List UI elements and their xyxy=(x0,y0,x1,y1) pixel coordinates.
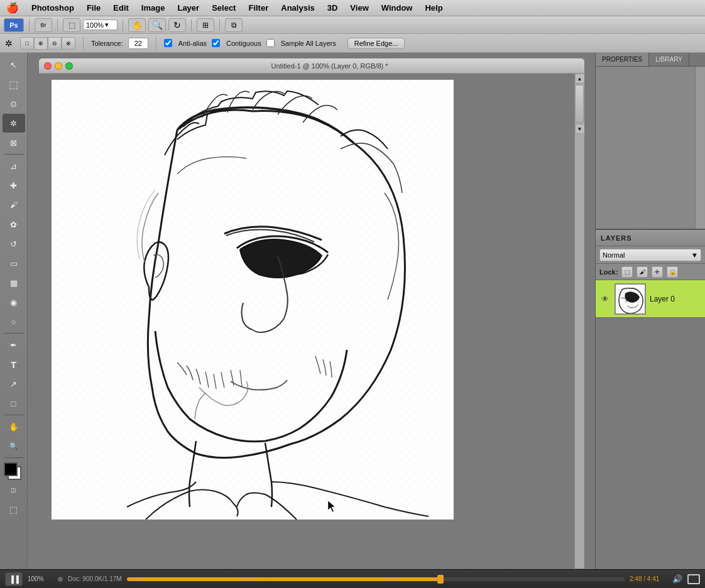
hand-tool-btn[interactable]: ✋ xyxy=(128,18,146,32)
current-time: 2:48 xyxy=(630,575,642,582)
menu-analysis[interactable]: Analysis xyxy=(275,1,320,14)
contiguous-checkbox[interactable] xyxy=(212,39,220,47)
eyedropper-tool-btn[interactable]: ⊿ xyxy=(3,156,25,175)
blur-tool-btn[interactable]: ◉ xyxy=(3,293,25,312)
playback-arrow[interactable] xyxy=(58,577,63,582)
vertical-scrollbar[interactable]: ▲ ▼ xyxy=(574,74,584,569)
color-swatch[interactable] xyxy=(4,462,24,480)
marquee-tool-btn[interactable]: ⬚ xyxy=(3,75,25,94)
subtract-selection-btn[interactable]: ⊖ xyxy=(48,37,62,50)
timeline-fill xyxy=(127,577,440,581)
new-selection-btn[interactable]: □ xyxy=(20,37,34,50)
menu-image[interactable]: Image xyxy=(135,1,172,14)
pause-button[interactable]: ▐▐ xyxy=(5,572,23,586)
zoom-tool-btn-tb[interactable]: 🔍 xyxy=(3,437,25,455)
scroll-up-btn[interactable]: ▲ xyxy=(575,74,584,84)
quick-mask-btn[interactable]: ◫ xyxy=(3,481,25,499)
panel-tab-bar: PROPERTIES LIBRARY xyxy=(596,53,705,67)
screen-mode-btn-tb[interactable]: ⬚ xyxy=(3,500,25,519)
refine-edge-button[interactable]: Refine Edge... xyxy=(347,38,405,49)
intersect-selection-btn[interactable]: ⊗ xyxy=(62,37,75,50)
anti-alias-label: Anti-alias xyxy=(178,40,207,47)
blend-mode-arrow: ▼ xyxy=(691,251,698,259)
bridge-btn[interactable]: Br xyxy=(35,18,52,32)
magic-wand-icon: ✲ xyxy=(5,38,13,48)
minimize-button[interactable] xyxy=(55,62,62,70)
menu-view[interactable]: View xyxy=(344,1,374,14)
fullscreen-button[interactable] xyxy=(687,574,700,584)
document-content[interactable]: ▲ ▼ xyxy=(39,74,584,569)
scroll-down-btn[interactable]: ▼ xyxy=(575,124,584,134)
magic-wand-tool-btn[interactable]: ✲ xyxy=(3,114,25,133)
dodge-tool-btn[interactable]: ○ xyxy=(3,312,25,331)
lock-paint-btn[interactable]: 🖌 xyxy=(637,266,648,278)
timeline-marker[interactable] xyxy=(437,575,444,584)
traffic-lights xyxy=(44,62,73,70)
zoom-display[interactable]: 100% ▾ xyxy=(83,19,117,30)
menu-select[interactable]: Select xyxy=(205,1,242,14)
doc-size-info: Doc: 900.0K/1.17M xyxy=(68,575,122,582)
foreground-color[interactable] xyxy=(4,462,18,476)
toolbox-sep-4 xyxy=(4,457,24,458)
screen-mode-btn[interactable]: ⬚ xyxy=(63,18,80,32)
separator-4 xyxy=(191,19,192,31)
apple-menu[interactable]: 🍎 xyxy=(0,2,25,14)
sample-all-layers-checkbox[interactable] xyxy=(266,39,275,47)
gradient-tool-btn[interactable]: ▦ xyxy=(3,273,25,292)
eraser-tool-btn[interactable]: ▭ xyxy=(3,254,25,273)
lock-position-btn[interactable]: ✛ xyxy=(652,266,663,278)
menu-window[interactable]: Window xyxy=(375,1,419,14)
bottom-zoom-value: 100% xyxy=(28,575,53,582)
blend-mode-select[interactable]: Normal ▼ xyxy=(599,249,701,261)
layers-panel: LAYERS Normal ▼ Lock: ⬚ 🖌 ✛ 🔒 xyxy=(596,230,705,569)
lasso-tool-btn[interactable]: ⊙ xyxy=(3,94,25,113)
tab-properties[interactable]: PROPERTIES xyxy=(596,53,649,66)
add-selection-btn[interactable]: ⊕ xyxy=(34,37,48,50)
clone-stamp-tool-btn[interactable]: ✿ xyxy=(3,215,25,234)
props-scrollbar[interactable] xyxy=(695,67,705,229)
layer-name: Layer 0 xyxy=(650,295,675,303)
crop-tool-btn[interactable]: ⊠ xyxy=(3,133,25,152)
menu-filter[interactable]: Filter xyxy=(242,1,275,14)
path-selection-tool-btn[interactable]: ↗ xyxy=(3,374,25,393)
workspace-btn[interactable]: ⧉ xyxy=(225,18,243,32)
separator-3 xyxy=(123,19,123,31)
menu-photoshop[interactable]: Photoshop xyxy=(25,1,80,14)
scroll-thumb[interactable] xyxy=(575,85,584,122)
maximize-button[interactable] xyxy=(65,62,73,70)
layer-visibility-toggle[interactable]: 👁 xyxy=(599,293,611,305)
tolerance-input[interactable] xyxy=(128,38,148,49)
properties-content xyxy=(596,67,705,230)
type-tool-btn[interactable]: T xyxy=(3,355,25,374)
tab-library[interactable]: LIBRARY xyxy=(649,53,689,66)
history-brush-tool-btn[interactable]: ↺ xyxy=(3,234,25,253)
lock-pixels-btn[interactable]: ⬚ xyxy=(621,266,633,278)
timeline-bar[interactable] xyxy=(127,577,625,581)
layers-blend-mode-row: Normal ▼ xyxy=(596,246,705,264)
brush-tool-btn[interactable]: 🖌 xyxy=(3,195,25,214)
menu-file[interactable]: File xyxy=(80,1,107,14)
ps-icon-btn[interactable]: Ps xyxy=(4,18,24,32)
menu-3d[interactable]: 3D xyxy=(321,1,344,14)
svg-rect-0 xyxy=(52,80,454,520)
layer-thumbnail xyxy=(615,283,646,315)
menu-layer[interactable]: Layer xyxy=(171,1,205,14)
rotate-view-btn[interactable]: ↻ xyxy=(168,18,186,32)
menu-edit[interactable]: Edit xyxy=(107,1,135,14)
menu-help[interactable]: Help xyxy=(418,1,449,14)
move-tool-btn[interactable]: ↖ xyxy=(3,55,25,74)
anti-alias-checkbox[interactable] xyxy=(164,39,172,47)
hand-tool-btn-tb[interactable]: ✋ xyxy=(3,417,25,436)
lock-all-btn[interactable]: 🔒 xyxy=(667,266,678,278)
separator-6 xyxy=(83,37,84,50)
zoom-value: 100% xyxy=(86,21,104,29)
layer-row[interactable]: 👁 Layer 0 xyxy=(596,280,705,318)
close-button[interactable] xyxy=(44,62,52,70)
heal-tool-btn[interactable]: ✚ xyxy=(3,176,25,195)
volume-button[interactable]: 🔊 xyxy=(672,574,682,584)
pen-tool-btn[interactable]: ✒ xyxy=(3,335,25,354)
zoom-tool-btn[interactable]: 🔍 xyxy=(148,18,166,32)
arrange-btn[interactable]: ⊞ xyxy=(197,18,214,32)
shape-tool-btn[interactable]: □ xyxy=(3,394,25,413)
canvas-checker[interactable] xyxy=(52,80,454,520)
